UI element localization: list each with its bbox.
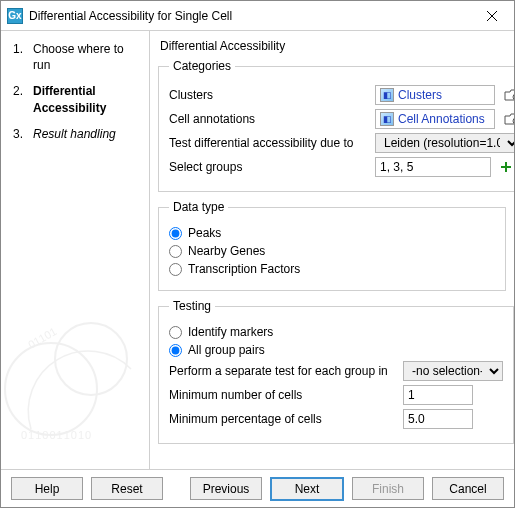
datatype-group: Data type Peaks Nearby Genes Transcripti… bbox=[158, 200, 506, 291]
next-button[interactable]: Next bbox=[270, 477, 344, 501]
min-cells-label: Minimum number of cells bbox=[169, 388, 397, 402]
finish-button: Finish bbox=[352, 477, 424, 500]
browse-icon bbox=[504, 88, 514, 102]
datatype-label: Nearby Genes bbox=[188, 244, 265, 258]
clusters-object-icon: ◧ bbox=[380, 88, 394, 102]
cancel-button[interactable]: Cancel bbox=[432, 477, 504, 500]
min-cells-input[interactable] bbox=[403, 385, 473, 405]
wizard-step-3[interactable]: 3. Result handling bbox=[13, 126, 143, 142]
select-groups-input[interactable] bbox=[375, 157, 491, 177]
testing-radio-identify-markers[interactable] bbox=[169, 326, 182, 339]
testing-mode-label: All group pairs bbox=[188, 343, 265, 357]
datatype-radio-peaks[interactable] bbox=[169, 227, 182, 240]
wizard-step-1[interactable]: 1. Choose where to run bbox=[13, 41, 143, 73]
reset-button[interactable]: Reset bbox=[91, 477, 163, 500]
datatype-option-nearby-genes[interactable]: Nearby Genes bbox=[169, 244, 495, 258]
wizard-step-2[interactable]: 2. Differential Accessibility bbox=[13, 83, 143, 115]
step-number: 3. bbox=[13, 126, 27, 142]
annotations-browse-button[interactable] bbox=[501, 109, 514, 129]
separate-test-label: Perform a separate test for each group i… bbox=[169, 364, 397, 378]
testing-option-identify-markers[interactable]: Identify markers bbox=[169, 325, 503, 339]
test-due-to-select[interactable]: Leiden (resolution=1.0) bbox=[375, 133, 514, 153]
svg-text:0110011010: 0110011010 bbox=[21, 429, 92, 441]
testing-group: Testing Identify markers All group pairs… bbox=[158, 299, 514, 444]
clusters-value-box: ◧ Clusters bbox=[375, 85, 495, 105]
clusters-label: Clusters bbox=[169, 88, 369, 102]
plus-icon bbox=[500, 161, 512, 173]
svg-point-8 bbox=[513, 118, 514, 124]
watermark-icon: 0110011010 01101 bbox=[1, 289, 149, 459]
wizard-content: Differential Accessibility Categories Cl… bbox=[149, 31, 514, 469]
browse-icon bbox=[504, 112, 514, 126]
categories-group: Categories Clusters ◧ Clusters Cell anno… bbox=[158, 59, 514, 192]
panel-title: Differential Accessibility bbox=[160, 39, 506, 53]
step-number: 1. bbox=[13, 41, 27, 73]
separate-test-select[interactable]: -no selection- bbox=[403, 361, 503, 381]
add-group-button[interactable] bbox=[497, 158, 514, 176]
testing-radio-all-group-pairs[interactable] bbox=[169, 344, 182, 357]
step-label: Result handling bbox=[33, 126, 116, 142]
test-due-to-label: Test differential accessibility due to bbox=[169, 136, 369, 150]
wizard-sidebar: 1. Choose where to run 2. Differential A… bbox=[1, 31, 149, 469]
close-icon bbox=[487, 11, 497, 21]
window-title: Differential Accessibility for Single Ce… bbox=[29, 9, 232, 23]
annotations-object-icon: ◧ bbox=[380, 112, 394, 126]
testing-option-all-group-pairs[interactable]: All group pairs bbox=[169, 343, 503, 357]
min-pct-input[interactable] bbox=[403, 409, 473, 429]
datatype-radio-transcription-factors[interactable] bbox=[169, 263, 182, 276]
datatype-label: Transcription Factors bbox=[188, 262, 300, 276]
clusters-browse-button[interactable] bbox=[501, 85, 514, 105]
app-icon: Gx bbox=[7, 8, 23, 24]
svg-point-2 bbox=[5, 343, 97, 435]
datatype-legend: Data type bbox=[169, 200, 228, 214]
close-button[interactable] bbox=[470, 1, 514, 30]
clusters-value: Clusters bbox=[398, 88, 442, 102]
testing-mode-label: Identify markers bbox=[188, 325, 273, 339]
step-label: Choose where to run bbox=[33, 41, 143, 73]
min-pct-label: Minimum percentage of cells bbox=[169, 412, 397, 426]
svg-text:01101: 01101 bbox=[26, 325, 58, 351]
step-label: Differential Accessibility bbox=[33, 83, 143, 115]
wizard-footer: Help Reset Previous Next Finish Cancel bbox=[1, 469, 514, 507]
help-button[interactable]: Help bbox=[11, 477, 83, 500]
select-groups-label: Select groups bbox=[169, 160, 369, 174]
titlebar: Gx Differential Accessibility for Single… bbox=[1, 1, 514, 31]
svg-point-3 bbox=[55, 323, 127, 395]
categories-legend: Categories bbox=[169, 59, 235, 73]
previous-button[interactable]: Previous bbox=[190, 477, 262, 500]
datatype-label: Peaks bbox=[188, 226, 221, 240]
datatype-radio-nearby-genes[interactable] bbox=[169, 245, 182, 258]
testing-legend: Testing bbox=[169, 299, 215, 313]
svg-point-6 bbox=[513, 94, 514, 100]
annotations-value: Cell Annotations bbox=[398, 112, 485, 126]
annotations-value-box: ◧ Cell Annotations bbox=[375, 109, 495, 129]
datatype-option-peaks[interactable]: Peaks bbox=[169, 226, 495, 240]
datatype-option-transcription-factors[interactable]: Transcription Factors bbox=[169, 262, 495, 276]
step-number: 2. bbox=[13, 83, 27, 115]
annotations-label: Cell annotations bbox=[169, 112, 369, 126]
